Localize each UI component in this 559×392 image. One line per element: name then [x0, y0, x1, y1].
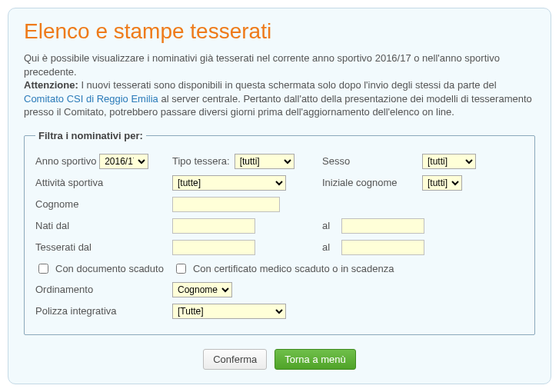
input-cognome[interactable]: [172, 197, 280, 212]
row-attivita-iniziale: Attività sportiva [tutte] Iniziale cogno…: [35, 174, 524, 192]
page-title: Elenco e stampe tesserati: [24, 19, 535, 44]
select-iniziale-cognome[interactable]: [tutti]: [422, 175, 462, 191]
panel: Elenco e stampe tesserati Qui è possibil…: [8, 8, 551, 384]
conferma-button[interactable]: Conferma: [203, 349, 267, 370]
select-ordinamento[interactable]: Cognome: [172, 282, 232, 297]
input-nati-al[interactable]: [341, 218, 424, 234]
label-nati-al: al: [322, 220, 330, 231]
checkbox-doc-scaduto[interactable]: [38, 264, 48, 274]
select-sesso[interactable]: [tutti]: [422, 154, 476, 169]
label-doc-scaduto: Con documento scaduto: [55, 263, 164, 274]
row-polizza: Polizza integrativa [Tutte]: [35, 302, 524, 321]
row-ordinamento: Ordinamento Cognome: [35, 281, 524, 299]
button-row: Conferma Torna a menù: [24, 349, 535, 370]
label-polizza: Polizza integrativa: [35, 305, 117, 317]
select-polizza[interactable]: [Tutte]: [172, 304, 286, 319]
comitato-link[interactable]: Comitato CSI di Reggio Emilia: [24, 93, 158, 105]
label-tesserati-al: al: [322, 241, 330, 253]
row-checkboxes: Con documento scaduto Con certificato me…: [35, 261, 524, 276]
torna-menu-button[interactable]: Torna a menù: [275, 349, 356, 370]
intro-text: Qui è possibile visualizzare i nominativ…: [24, 51, 535, 119]
label-cognome: Cognome: [35, 198, 78, 210]
input-tesserati-al[interactable]: [341, 240, 424, 255]
label-iniziale-cognome: Iniziale cognome: [322, 177, 398, 188]
intro-line2a: I nuovi tesserati sono disponibili in qu…: [78, 79, 497, 91]
input-tesserati-dal[interactable]: [172, 240, 255, 255]
select-attivita-sportiva[interactable]: [tutte]: [172, 175, 286, 191]
label-tesserati-dal: Tesserati dal: [35, 241, 92, 253]
filter-fieldset: Filtra i nominativi per: Anno sportivo 2…: [24, 130, 535, 335]
label-sesso: Sesso: [322, 155, 350, 167]
select-tipo-tessera[interactable]: [tutti]: [235, 154, 294, 169]
label-anno-sportivo: Anno sportivo: [35, 155, 97, 167]
row-cognome: Cognome: [35, 195, 524, 214]
label-cert-medico: Con certificato medico scaduto o in scad…: [193, 263, 394, 274]
label-tipo-tessera: Tipo tessera:: [172, 155, 230, 167]
input-nati-dal[interactable]: [172, 218, 255, 234]
label-ordinamento: Ordinamento: [35, 284, 93, 295]
attention-label: Attenzione:: [24, 79, 78, 91]
checkbox-cert-medico[interactable]: [176, 264, 186, 274]
label-attivita-sportiva: Attività sportiva: [35, 177, 103, 188]
select-anno-sportivo[interactable]: 2016/17: [99, 154, 148, 169]
row-anno-tipo-sesso: Anno sportivo 2016/17 Tipo tessera: [tut…: [35, 152, 524, 171]
row-nati: Nati dal al: [35, 217, 524, 235]
row-tesserati: Tesserati dal al: [35, 238, 524, 257]
label-nati-dal: Nati dal: [35, 220, 69, 231]
fieldset-legend: Filtra i nominativi per:: [35, 130, 146, 141]
intro-line1: Qui è possibile visualizzare i nominativ…: [24, 52, 500, 78]
